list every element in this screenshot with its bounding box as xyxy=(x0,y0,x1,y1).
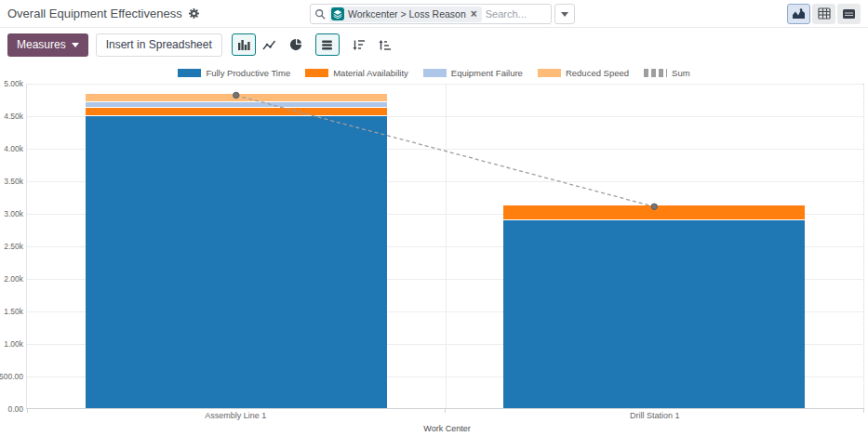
legend-label: Equipment Failure xyxy=(451,68,523,78)
chart-legend: Fully Productive TimeMaterial Availabili… xyxy=(0,65,868,80)
search-input[interactable] xyxy=(486,8,547,20)
legend-label: Reduced Speed xyxy=(566,68,629,78)
legend-item-equipment-failure[interactable]: Equipment Failure xyxy=(423,68,523,78)
y-tick-label: 4.50k xyxy=(4,112,23,121)
facet-label: Workcenter > Loss Reason xyxy=(348,8,466,20)
insert-in-spreadsheet-button[interactable]: Insert in Spreadsheet xyxy=(96,33,222,57)
close-icon[interactable]: × xyxy=(470,8,478,20)
bar-segment-fully-productive-time[interactable] xyxy=(503,220,805,408)
bar-chart-icon xyxy=(237,39,250,51)
gear-icon[interactable] xyxy=(188,7,200,20)
x-category-label: Drill Station 1 xyxy=(446,411,865,420)
measures-button[interactable]: Measures xyxy=(7,33,88,57)
caret-down-icon xyxy=(561,12,568,17)
bar-drill-station-1[interactable] xyxy=(503,205,805,408)
y-tick-label: 4.00k xyxy=(4,144,23,153)
view-switcher-graph[interactable] xyxy=(787,4,810,24)
legend-item-fully-productive-time[interactable]: Fully Productive Time xyxy=(178,68,290,78)
stacked-toggle-button[interactable] xyxy=(315,33,340,56)
legend-label: Sum xyxy=(672,68,690,78)
view-switcher-list[interactable] xyxy=(837,4,861,24)
sum-swatch xyxy=(644,69,667,77)
line-chart-icon xyxy=(262,39,276,51)
pie-chart-button[interactable] xyxy=(284,33,308,56)
chart-area: 5.00k4.50k4.00k3.50k3.00k2.50k2.00k1.50k… xyxy=(0,84,868,409)
legend-label: Fully Productive Time xyxy=(206,68,290,78)
y-tick-label: 0.00 xyxy=(7,404,23,414)
bar-segment-material-availability[interactable] xyxy=(86,108,387,116)
chart-type-buttons xyxy=(232,33,397,56)
legend-swatch xyxy=(305,69,328,77)
x-axis-title: Work Center xyxy=(26,422,868,434)
y-axis: 5.00k4.50k4.00k3.50k3.00k2.50k2.00k1.50k… xyxy=(0,84,26,409)
bar-segment-reduced-speed[interactable] xyxy=(86,94,387,101)
bar-assembly-line-1[interactable] xyxy=(86,94,387,408)
pie-chart-icon xyxy=(289,38,302,51)
control-toolbar: Measures Insert in Spreadsheet xyxy=(0,28,868,61)
y-tick-label: 1.50k xyxy=(4,307,23,316)
x-tick-mark xyxy=(27,409,28,413)
legend-item-sum[interactable]: Sum xyxy=(644,68,690,78)
area-chart-icon xyxy=(792,7,806,20)
bar-segment-material-availability[interactable] xyxy=(503,205,805,220)
y-tick-label: 3.50k xyxy=(4,177,23,186)
legend-swatch xyxy=(178,69,201,77)
search-options-toggle[interactable] xyxy=(554,4,575,24)
y-tick-label: 3.00k xyxy=(4,209,23,218)
line-chart-button[interactable] xyxy=(258,33,282,56)
layers-icon xyxy=(331,7,344,20)
legend-swatch xyxy=(538,69,561,77)
y-tick-label: 1.00k xyxy=(4,339,23,349)
bar-chart-button[interactable] xyxy=(232,33,256,56)
v-gridline xyxy=(446,84,447,408)
pivot-view-icon xyxy=(818,7,831,20)
sort-desc-icon xyxy=(353,39,366,51)
sort-descending-button[interactable] xyxy=(347,33,371,56)
page-title: Overall Equipment Effectiveness xyxy=(7,7,182,20)
x-category-label: Assembly Line 1 xyxy=(26,411,446,420)
view-switcher xyxy=(787,4,861,24)
x-tick-mark xyxy=(863,409,864,413)
legend-item-material-availability[interactable]: Material Availability xyxy=(305,68,408,78)
y-tick-label: 500.00 xyxy=(0,372,23,381)
search-facet: Workcenter > Loss Reason × xyxy=(329,7,482,22)
legend-item-reduced-speed[interactable]: Reduced Speed xyxy=(538,68,629,78)
search-box[interactable]: Workcenter > Loss Reason × xyxy=(310,4,552,24)
caret-down-icon xyxy=(72,43,79,47)
search-icon xyxy=(314,8,326,20)
y-tick-label: 2.00k xyxy=(4,274,23,284)
y-tick-label: 5.00k xyxy=(4,79,23,88)
sort-ascending-button[interactable] xyxy=(373,33,397,56)
legend-label: Material Availability xyxy=(333,68,408,78)
measures-label: Measures xyxy=(17,38,66,51)
stacked-icon xyxy=(321,39,333,51)
legend-swatch xyxy=(423,69,447,77)
header-bar: Overall Equipment Effectiveness xyxy=(0,0,868,28)
plot-area xyxy=(26,84,864,409)
view-switcher-pivot[interactable] xyxy=(812,4,835,24)
bar-segment-fully-productive-time[interactable] xyxy=(86,116,387,408)
y-tick-label: 2.50k xyxy=(4,242,23,251)
search-bar: Workcenter > Loss Reason × xyxy=(310,4,575,24)
x-tick-mark xyxy=(445,409,446,413)
sort-asc-icon xyxy=(379,39,392,51)
list-view-icon xyxy=(842,8,856,20)
